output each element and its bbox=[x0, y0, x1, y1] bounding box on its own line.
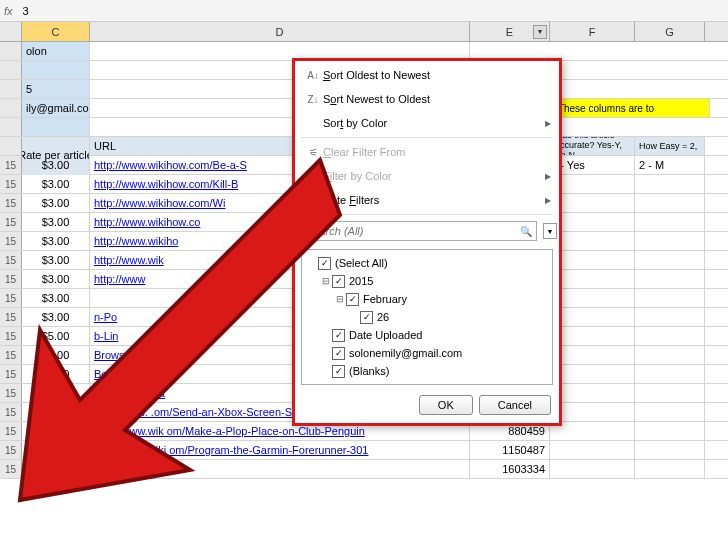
cell-easy[interactable] bbox=[635, 308, 705, 326]
cell-easy[interactable] bbox=[635, 289, 705, 307]
cell-articleid[interactable]: 1150487 bbox=[470, 441, 550, 459]
cell-header-accurate[interactable]: Was this article Accurate? Yes-Y, No-N bbox=[550, 137, 635, 155]
col-header-e[interactable]: E▼ bbox=[470, 22, 550, 41]
cell-easy[interactable] bbox=[635, 251, 705, 269]
cell-rate[interactable]: $3.00 bbox=[22, 156, 90, 174]
row-number[interactable] bbox=[0, 42, 22, 60]
cell-easy[interactable] bbox=[635, 194, 705, 212]
cell[interactable]: olon bbox=[22, 42, 90, 60]
row-number[interactable]: 15 bbox=[0, 213, 22, 231]
row-number[interactable]: 15 bbox=[0, 365, 22, 383]
collapse-icon[interactable]: ⊟ bbox=[334, 294, 346, 304]
cell-articleid[interactable]: 1603334 bbox=[470, 460, 550, 478]
cell-easy[interactable] bbox=[635, 232, 705, 250]
cell-easy[interactable] bbox=[635, 422, 705, 440]
cell-accurate[interactable] bbox=[550, 213, 635, 231]
filter-search-box[interactable]: 🔍 bbox=[301, 221, 537, 241]
cell-easy[interactable] bbox=[635, 346, 705, 364]
cell-easy[interactable] bbox=[635, 213, 705, 231]
sort-oldest-newest[interactable]: A↓ Sort Oldest to Newest bbox=[297, 63, 557, 87]
tree-blanks[interactable]: ✓ (Blanks) bbox=[306, 362, 548, 380]
cell-rate[interactable]: $3.00 bbox=[22, 251, 90, 269]
date-filters[interactable]: Date Filters ▶ bbox=[297, 188, 557, 212]
cell-easy[interactable] bbox=[635, 384, 705, 402]
cell-easy[interactable] bbox=[635, 403, 705, 421]
cell-accurate[interactable] bbox=[550, 194, 635, 212]
cell-accurate[interactable] bbox=[550, 175, 635, 193]
cell-easy[interactable] bbox=[635, 460, 705, 478]
cell-rate[interactable]: $3.00 bbox=[22, 232, 90, 250]
cell-rate[interactable]: $3.00 bbox=[22, 460, 90, 478]
cell-rate[interactable]: $5.00 bbox=[22, 346, 90, 364]
cancel-button[interactable]: Cancel bbox=[479, 395, 551, 415]
cell-easy[interactable] bbox=[635, 365, 705, 383]
cell-accurate[interactable] bbox=[550, 422, 635, 440]
cell-url[interactable]: http://www.wiki om/Program-the-Garmin-Fo… bbox=[90, 441, 470, 459]
row-number[interactable]: 15 bbox=[0, 175, 22, 193]
cell-rate[interactable]: $3.00 bbox=[22, 422, 90, 440]
tree-select-all[interactable]: ✓ (Select All) bbox=[306, 254, 548, 272]
cell-rate[interactable]: $3.00 bbox=[22, 175, 90, 193]
cell-accurate[interactable] bbox=[550, 270, 635, 288]
collapse-icon[interactable]: ⊟ bbox=[320, 276, 332, 286]
cell-accurate[interactable]: Y- Yes bbox=[550, 156, 635, 174]
cell-rate[interactable]: $3.00 bbox=[22, 194, 90, 212]
filter-dropdown-icon[interactable]: ▼ bbox=[533, 25, 547, 39]
cell-rate[interactable]: $3.00 bbox=[22, 270, 90, 288]
cell[interactable] bbox=[22, 61, 90, 79]
cell-accurate[interactable] bbox=[550, 346, 635, 364]
col-header-g[interactable]: G bbox=[635, 22, 705, 41]
cell-accurate[interactable] bbox=[550, 327, 635, 345]
row-number[interactable]: 15 bbox=[0, 403, 22, 421]
checkbox-icon[interactable]: ✓ bbox=[332, 329, 345, 342]
row-number[interactable] bbox=[0, 99, 22, 117]
col-header-f[interactable]: F bbox=[550, 22, 635, 41]
cell-rate[interactable]: $3.00 bbox=[22, 289, 90, 307]
row-number[interactable] bbox=[0, 118, 22, 136]
row-number[interactable]: 15 bbox=[0, 232, 22, 250]
row-number[interactable]: 15 bbox=[0, 384, 22, 402]
cell-yellow-note[interactable]: *These columns are to bbox=[550, 99, 710, 117]
cell-accurate[interactable] bbox=[550, 460, 635, 478]
row-number[interactable]: 15 bbox=[0, 441, 22, 459]
row-number[interactable]: 15 bbox=[0, 308, 22, 326]
search-dropdown-button[interactable]: ▼ bbox=[543, 223, 557, 239]
cell-easy[interactable] bbox=[635, 175, 705, 193]
cell-accurate[interactable] bbox=[550, 441, 635, 459]
cell-accurate[interactable] bbox=[550, 289, 635, 307]
checkbox-icon[interactable]: ✓ bbox=[332, 275, 345, 288]
col-header-d[interactable]: D bbox=[90, 22, 470, 41]
cell-rate[interactable]: $5.00 bbox=[22, 327, 90, 345]
cell[interactable]: 5 bbox=[22, 80, 90, 98]
checkbox-icon[interactable]: ✓ bbox=[360, 311, 373, 324]
cell-easy[interactable]: 2 - M bbox=[635, 156, 705, 174]
cell-url[interactable]: Your-iPod-Nan bbox=[90, 460, 470, 478]
cell-easy[interactable] bbox=[635, 270, 705, 288]
row-number[interactable]: 15 bbox=[0, 422, 22, 440]
tree-month[interactable]: ⊟ ✓ February bbox=[306, 290, 548, 308]
cell-header-easy[interactable]: How Easy = 2, bbox=[635, 137, 705, 155]
tree-day[interactable]: ✓ 26 bbox=[306, 308, 548, 326]
select-all-corner[interactable] bbox=[0, 22, 22, 41]
tree-date-uploaded[interactable]: ✓ Date Uploaded bbox=[306, 326, 548, 344]
formula-input[interactable] bbox=[21, 3, 724, 19]
cell-accurate[interactable] bbox=[550, 308, 635, 326]
row-number[interactable]: 15 bbox=[0, 327, 22, 345]
cell-rate[interactable]: $3.00 bbox=[22, 384, 90, 402]
cell-rate[interactable]: $3.00 bbox=[22, 403, 90, 421]
row-number[interactable]: 15 bbox=[0, 194, 22, 212]
cell-accurate[interactable] bbox=[550, 384, 635, 402]
row-number[interactable]: 15 bbox=[0, 251, 22, 269]
tree-email[interactable]: ✓ solonemily@gmail.com bbox=[306, 344, 548, 362]
cell-accurate[interactable] bbox=[550, 251, 635, 269]
cell-rate[interactable]: $3.00 bbox=[22, 365, 90, 383]
cell[interactable] bbox=[22, 118, 90, 136]
filter-search-input[interactable] bbox=[306, 225, 520, 237]
cell-rate[interactable]: $3.00 bbox=[22, 441, 90, 459]
cell-accurate[interactable] bbox=[550, 232, 635, 250]
row-number[interactable]: 15 bbox=[0, 460, 22, 478]
checkbox-icon[interactable]: ✓ bbox=[332, 347, 345, 360]
row-number[interactable]: 15 bbox=[0, 270, 22, 288]
row-number[interactable]: 15 bbox=[0, 156, 22, 174]
cell-accurate[interactable] bbox=[550, 403, 635, 421]
